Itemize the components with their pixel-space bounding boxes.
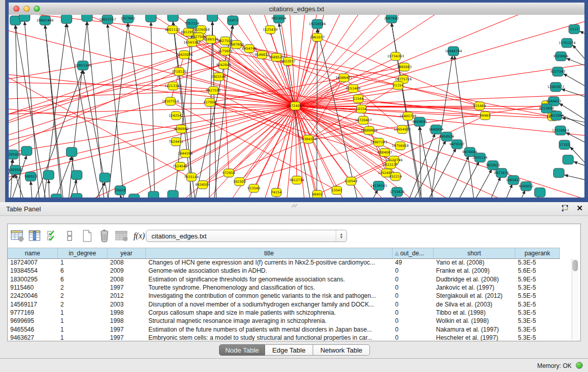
table-cell[interactable]: Tourette syndrome. Phenomenology and cla…	[146, 284, 393, 291]
network-edge[interactable]	[139, 106, 295, 198]
table-cell[interactable]: Corpus callosum shape and size in male p…	[146, 309, 393, 316]
table-cell[interactable]: 9463627	[8, 334, 58, 341]
network-edge[interactable]	[9, 106, 295, 198]
table-cell[interactable]: 5.3E-5	[515, 326, 560, 333]
table-cell[interactable]: 0	[393, 309, 433, 316]
table-row[interactable]: 946554611997Estimation of the future num…	[8, 325, 580, 333]
table-cell[interactable]: Genome-wide association studies in ADHD.	[146, 267, 393, 274]
table-row[interactable]: 1872400712008Changes of HCN gene express…	[8, 258, 580, 267]
table-cell[interactable]: 1	[58, 334, 107, 341]
network-edge[interactable]	[236, 45, 403, 79]
table-cell[interactable]: Estimation of significance thresholds fo…	[146, 276, 393, 283]
close-icon[interactable]: ✕	[576, 204, 583, 212]
table-header-row[interactable]: namein_degreeyeartitle△out_de...shortpag…	[8, 248, 560, 259]
network-edge[interactable]	[49, 180, 51, 198]
network-edge[interactable]	[487, 184, 512, 198]
table-panel-titlebar[interactable]: Table Panel ✕	[0, 202, 588, 216]
table-cell[interactable]: Yano et al. (2008)	[433, 259, 515, 266]
network-canvas[interactable]: 1872400786011288912954182260589827509818…	[9, 15, 584, 198]
network-edge[interactable]	[438, 156, 469, 198]
table-cell[interactable]: Changes of HCN gene expression and I(f) …	[146, 259, 393, 266]
network-edge[interactable]	[9, 41, 223, 93]
network-edge[interactable]	[31, 181, 41, 198]
table-cell[interactable]: 5.6E-5	[515, 267, 560, 274]
table-cell[interactable]: 19384554	[8, 267, 58, 274]
table-selector-dropdown[interactable]: citations_edges.txt ▲▼	[146, 230, 347, 242]
network-edge[interactable]	[179, 73, 295, 106]
table-row[interactable]: 977716911998Corpus callosum shape and si…	[8, 309, 580, 317]
network-node[interactable]	[19, 15, 30, 21]
column-header-short[interactable]: short	[433, 248, 515, 258]
column-header-out_de[interactable]: △out_de...	[393, 248, 433, 258]
network-node[interactable]	[67, 147, 77, 157]
network-edge[interactable]	[295, 15, 584, 106]
float-window-icon[interactable]	[561, 204, 569, 212]
table-cell[interactable]: 2012	[107, 292, 146, 299]
table-row[interactable]: 1938455462009Genome-wide association stu…	[8, 267, 580, 275]
delete-column-button[interactable]	[97, 228, 112, 244]
table-cell[interactable]: 5.3E-5	[515, 284, 560, 291]
network-node[interactable]	[82, 15, 93, 21]
table-cell[interactable]: 0	[393, 334, 433, 341]
network-node[interactable]	[554, 168, 564, 178]
table-cell[interactable]: 0	[393, 267, 433, 274]
select-columns-button[interactable]	[45, 228, 60, 244]
table-cell[interactable]: 5.3E-5	[515, 317, 560, 324]
network-edge[interactable]	[564, 175, 584, 182]
network-node[interactable]	[146, 15, 157, 22]
column-header-pagerank[interactable]: pagerank	[515, 248, 560, 258]
table-cell[interactable]: 0	[393, 301, 433, 308]
table-cell[interactable]: 49	[393, 259, 433, 266]
network-node[interactable]	[100, 173, 111, 182]
table-cell[interactable]: 1997	[107, 326, 146, 333]
network-edge[interactable]	[295, 15, 584, 106]
table-cell[interactable]: 1998	[107, 309, 146, 316]
table-cell[interactable]: 9115460	[8, 284, 58, 291]
network-node[interactable]	[72, 193, 82, 198]
table-row[interactable]: 946362711997Embryonic stem cells: a mode…	[8, 334, 580, 341]
table-cell[interactable]: 18300295	[8, 276, 58, 283]
network-graph[interactable]: 1872400786011288912954182260589827509818…	[9, 15, 584, 198]
tab-edge-table[interactable]: Edge Table	[265, 344, 313, 356]
table-cell[interactable]: 2003	[107, 301, 146, 308]
network-edge[interactable]	[458, 169, 492, 198]
table-cell[interactable]: 5.3E-5	[515, 309, 560, 316]
table-row[interactable]: 969969511998Structural magnetic resonanc…	[8, 317, 580, 325]
network-node[interactable]	[207, 15, 218, 21]
table-cell[interactable]: 1997	[107, 284, 146, 291]
table-cell[interactable]: Tibbo et al. (1998)	[433, 309, 515, 316]
column-header-name[interactable]: name	[8, 248, 58, 258]
table-row[interactable]: 1830029562008Estimation of significance …	[8, 275, 580, 283]
table-cell[interactable]: de Silva et al. (2003)	[433, 301, 515, 308]
tab-network-table[interactable]: Network Table	[313, 344, 370, 356]
table-row[interactable]: 1456911722003Disruption of a novel membe…	[8, 300, 580, 308]
vertical-scrollbar[interactable]	[572, 258, 579, 340]
table-cell[interactable]: Estimation of the future numbers of pati…	[146, 326, 393, 333]
table-cell[interactable]: 18724007	[8, 259, 58, 266]
table-cell[interactable]: Jankovic et al. (1997)	[433, 284, 515, 291]
network-edge[interactable]	[191, 106, 295, 179]
network-edge[interactable]	[345, 190, 378, 198]
network-edge[interactable]	[425, 148, 456, 198]
network-node[interactable]	[168, 190, 179, 198]
table-cell[interactable]: 2	[58, 292, 107, 299]
table-cell[interactable]: 5.5E-5	[515, 292, 560, 299]
network-node[interactable]	[535, 188, 546, 197]
column-header-title[interactable]: title	[146, 248, 393, 258]
network-node[interactable]	[563, 155, 574, 164]
new-column-button[interactable]	[79, 228, 95, 244]
table-cell[interactable]: 9465546	[8, 326, 58, 333]
table-cell[interactable]: 0	[393, 284, 433, 291]
table-cell[interactable]: 5.3E-5	[515, 259, 560, 266]
table-cell[interactable]: 9777169	[8, 309, 58, 316]
network-edge[interactable]	[316, 29, 317, 198]
network-edge[interactable]	[9, 55, 182, 142]
table-row[interactable]: 911546021997Tourette syndrome. Phenomeno…	[8, 283, 580, 292]
network-edge[interactable]	[295, 15, 584, 106]
function-builder-button[interactable]: f(x)	[132, 228, 147, 244]
column-header-year[interactable]: year	[107, 248, 146, 258]
table-cell[interactable]: 2008	[107, 259, 146, 266]
table-cell[interactable]: 6	[58, 276, 107, 283]
table-cell[interactable]: Structural magnetic resonance image aver…	[146, 317, 393, 324]
network-edge[interactable]	[574, 162, 584, 168]
